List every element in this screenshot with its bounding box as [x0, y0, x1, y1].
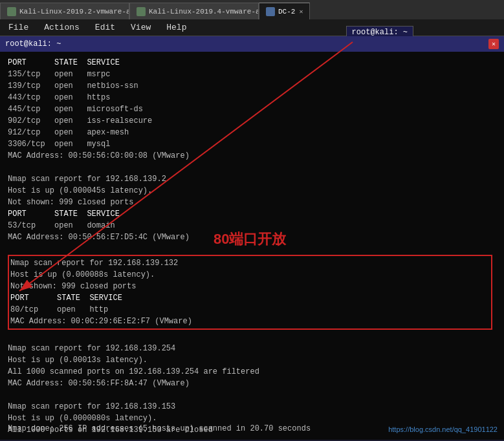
menu-view[interactable]: View — [129, 22, 153, 33]
line-nmap-done: Nmap done: 256 IP addresses (5 hosts up)… — [8, 423, 311, 435]
tab-label-2: Kali-Linux-2019.4-vmware-a... — [149, 8, 259, 16]
line-13: 53/tcp open domain — [8, 220, 496, 231]
line-4: 445/tcp open microsoft-ds — [8, 103, 496, 115]
line-9: Nmap scan report for 192.168.139.2 — [8, 173, 496, 185]
line-5: 902/tcp open iss-realsecure — [8, 115, 496, 127]
line-23: All 1000 scanned ports on 192.168.139.25… — [8, 366, 496, 378]
line-16: Host is up (0.000088s latency). — [10, 269, 490, 281]
line-25: Nmap scan report for 192.168.139.153 — [8, 401, 496, 413]
line-10: Host is up (0.000045s latency). — [8, 185, 496, 197]
terminal-title-bar: root@kali: ~ ✕ — [0, 36, 504, 52]
line-17: Not shown: 999 closed ports — [10, 281, 490, 292]
tab-kali-2019-4[interactable]: Kali-Linux-2019.4-vmware-a... ✕ — [129, 3, 259, 19]
line-15: Nmap scan report for 192.168.139.132 — [10, 257, 490, 269]
watermark-text: https://blog.csdn.net/qq_41901122 — [388, 425, 498, 433]
tab-icon-1 — [7, 7, 16, 16]
tab-icon-2 — [137, 7, 146, 16]
line-20: MAC Address: 00:0C:29:6E:E2:F7 (VMware) — [10, 316, 490, 327]
line-2: 139/tcp open netbios-ssn — [8, 80, 496, 92]
line-12: PORT STATE SERVICE — [8, 208, 496, 220]
tab-icon-3 — [266, 7, 275, 16]
terminal-area: root@kali: ~ ✕ PORT STATE SERVICE 135/tc… — [0, 36, 504, 440]
tab-kali-2019-2[interactable]: Kali-Linux-2019.2-vmware-amd64 ✕ — [0, 3, 129, 19]
menu-actions[interactable]: Actions — [42, 22, 82, 33]
line-24: MAC Address: 00:50:56:FF:8A:47 (VMware) — [8, 378, 496, 389]
menu-bar: File Actions Edit View Help — [0, 19, 504, 36]
line-8: MAC Address: 00:50:56:C0:00:08 (VMware) — [8, 150, 496, 162]
line-6: 912/tcp open apex-mesh — [8, 127, 496, 138]
line-21: Nmap scan report for 192.168.139.254 — [8, 343, 496, 354]
menu-help[interactable]: Help — [164, 22, 188, 33]
menu-file[interactable]: File — [6, 22, 30, 33]
terminal-close-button[interactable]: ✕ — [488, 39, 499, 49]
tab-label-1: Kali-Linux-2019.2-vmware-amd64 — [19, 8, 129, 16]
line-14: MAC Address: 00:50:56:E7:D5:4C (VMware) — [8, 231, 496, 243]
line-1: 135/tcp open msrpc — [8, 69, 496, 80]
line-18: PORT STATE SERVICE — [10, 292, 490, 304]
line-blank-3 — [8, 331, 496, 343]
line-11: Not shown: 999 closed ports — [8, 197, 496, 208]
terminal-content[interactable]: PORT STATE SERVICE 135/tcp open msrpc 13… — [0, 52, 504, 440]
line-blank-1 — [8, 162, 496, 173]
line-3: 443/tcp open https — [8, 92, 496, 103]
line-blank-2 — [8, 243, 496, 255]
line-19: 80/tcp open http — [10, 304, 490, 316]
tab-label-3: DC-2 — [278, 8, 295, 16]
line-blank-4 — [8, 389, 496, 401]
line-22: Host is up (0.00013s latency). — [8, 354, 496, 366]
floating-label-text: root@kali: ~ — [352, 28, 408, 37]
tab-dc2[interactable]: DC-2 ✕ — [259, 3, 310, 19]
menu-edit[interactable]: Edit — [93, 22, 117, 33]
tab-bar: Kali-Linux-2019.2-vmware-amd64 ✕ Kali-Li… — [0, 0, 504, 19]
tab-close-3[interactable]: ✕ — [299, 8, 303, 16]
line-0: PORT STATE SERVICE — [8, 57, 496, 69]
highlighted-block: Nmap scan report for 192.168.139.132 Hos… — [8, 255, 492, 330]
watermark: https://blog.csdn.net/qq_41901122 — [388, 424, 498, 435]
terminal-title: root@kali: ~ — [5, 39, 61, 48]
line-7: 3306/tcp open mysql — [8, 138, 496, 150]
